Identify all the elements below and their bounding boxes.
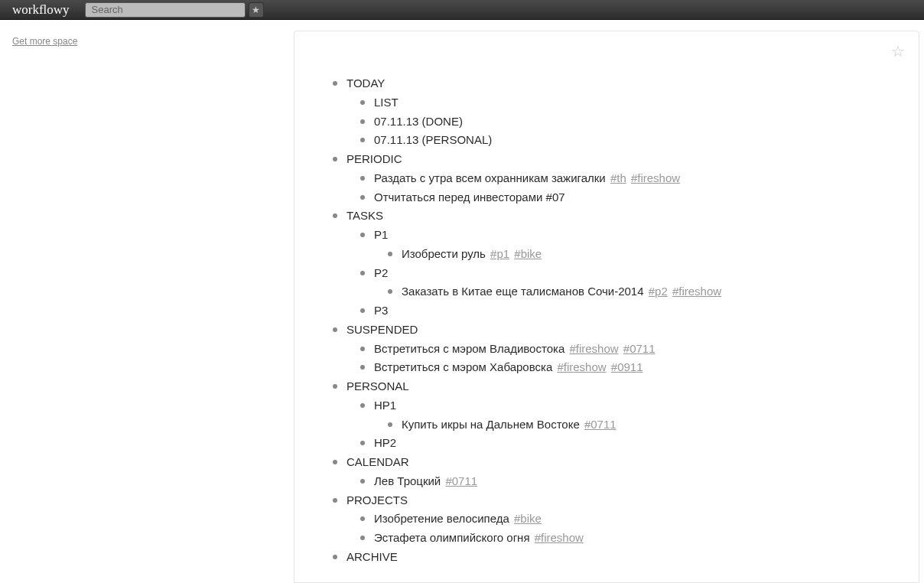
app-logo[interactable]: workflowy xyxy=(12,2,70,18)
header-bar: workflowy ★ xyxy=(0,0,924,20)
star-icon: ★ xyxy=(252,5,260,15)
favorites-button[interactable]: ★ xyxy=(249,2,264,18)
search-input[interactable] xyxy=(85,2,246,18)
